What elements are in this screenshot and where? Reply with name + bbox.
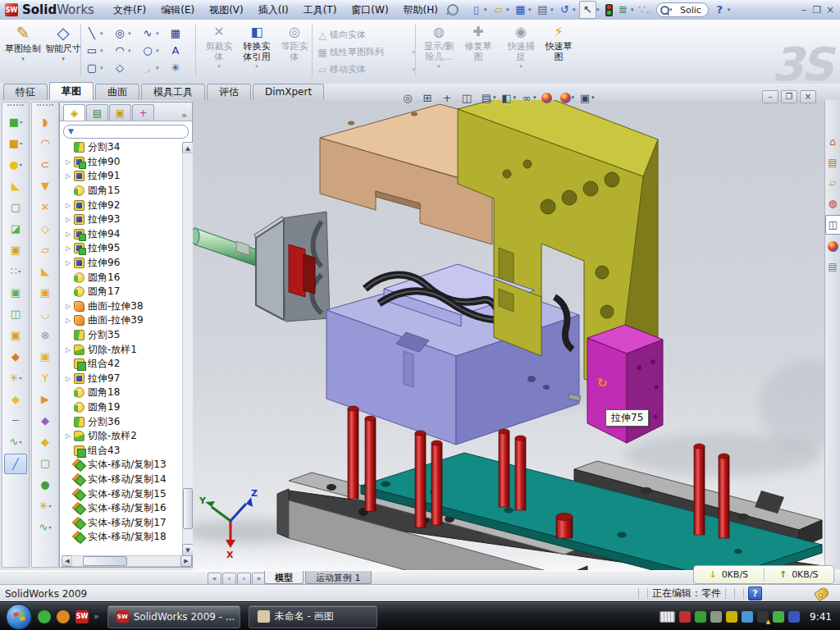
print-dropdown-icon[interactable]: ▾ [550, 7, 557, 13]
tree-item-实体-移动/复制16[interactable]: 实体-移动/复制16 [60, 501, 181, 516]
tree-item-切除-放样2[interactable]: ▷切除-放样2 [60, 429, 181, 444]
tab-nav-1[interactable]: ‹ [222, 573, 236, 585]
tree-item-拉伸91[interactable]: ▷拉伸91 [60, 169, 181, 184]
fillet-dropdown-icon[interactable]: ▾ [20, 162, 22, 167]
menu-帮助(H)[interactable]: 帮助(H) [396, 1, 445, 20]
input-method-icon[interactable] [660, 611, 675, 623]
drafted-surface-button[interactable]: ▼ [34, 176, 56, 195]
tree-item-圆角18[interactable]: 圆角18 [60, 386, 181, 400]
expander-icon[interactable]: ▷ [66, 259, 74, 267]
move-entities-button[interactable]: ▱移动实体▾ [315, 61, 415, 78]
shell-button[interactable]: ▢ [5, 198, 26, 217]
zoom-to-fit-icon[interactable]: ◎ [398, 92, 418, 104]
smart-dimension-dropdown-icon[interactable]: ▾ [62, 56, 65, 62]
doc-restore-button[interactable]: ❒ [781, 90, 797, 103]
warning-tray-icon[interactable] [757, 611, 769, 623]
graphics-area[interactable]: ↻ [193, 100, 824, 570]
tree-item-实体-移动/复制13[interactable]: 实体-移动/复制13 [60, 458, 181, 472]
view-palette-tab[interactable]: ◫ [825, 215, 840, 235]
status-help-icon[interactable]: ? [748, 587, 762, 600]
doc-minimize-button[interactable]: – [762, 90, 778, 103]
custom-properties-tab[interactable]: ▤ [825, 258, 840, 276]
planar-surface-button[interactable]: ▱ [34, 240, 56, 259]
quick-snaps-button[interactable]: ◉快速捕捉▾ [502, 23, 540, 70]
solidworks-launcher-icon[interactable]: SW [75, 610, 89, 623]
move-copy-bodies-button[interactable]: ◆ [5, 347, 26, 366]
repair-sketch-button[interactable]: ✚修复草图 [459, 23, 497, 62]
solidworks-search-tab[interactable]: ◍ [825, 194, 840, 212]
tab-DimXpert[interactable]: DimXpert [253, 84, 324, 100]
menu-插入(I)[interactable]: 插入(I) [251, 1, 296, 20]
sketch-dropdown-icon[interactable]: ▾ [21, 56, 25, 62]
network-tray-icon[interactable] [742, 611, 753, 623]
apply-scene-icon[interactable] [560, 93, 571, 103]
straight-slot-button[interactable]: ▢▾ [84, 59, 112, 76]
tree-item-实体-移动/复制14[interactable]: 实体-移动/复制14 [60, 472, 181, 487]
expander-icon[interactable]: ▷ [66, 172, 74, 180]
spline-curve-button[interactable]: ∿▾ [5, 432, 26, 451]
circle-button[interactable]: ◎▾ [112, 25, 139, 42]
minimize-button[interactable]: – [797, 2, 810, 17]
messenger-icon[interactable] [38, 610, 51, 623]
menu-窗口(W)[interactable]: 窗口(W) [344, 1, 395, 20]
tree-item-圆角15[interactable]: 圆角15 [60, 184, 181, 199]
search-dropdown-icon[interactable]: ▾ [669, 7, 676, 13]
trim-entities-button[interactable]: ✕剪裁实体▾ [200, 23, 238, 70]
centerpoint-arc-dropdown-icon[interactable]: ▾ [128, 48, 131, 54]
extend-surface-button[interactable]: ◣ [34, 262, 56, 281]
convert-entities-dropdown-icon[interactable]: ▾ [255, 63, 258, 70]
smart-dimension-button[interactable]: ◇智能尺寸▾ [43, 22, 83, 80]
measure-button[interactable]: ╱ [4, 454, 27, 474]
new-document-dropdown-icon[interactable]: ▾ [484, 7, 491, 13]
combine-bodies-button[interactable]: ▣ [5, 283, 26, 302]
display-delete-relations-button[interactable]: ◍显示/删除几...▾ [420, 23, 458, 70]
undo-dropdown-icon[interactable]: ▾ [573, 7, 579, 13]
tab-nav-0[interactable]: « [208, 573, 221, 585]
part-slide-unit[interactable] [254, 212, 330, 322]
tree-scrollbar-thumb[interactable] [183, 488, 193, 529]
edit-appearance-icon[interactable] [541, 93, 552, 103]
tree-scroll-right-button[interactable]: ▶ [180, 555, 192, 567]
tree-item-拉伸96[interactable]: ▷拉伸96 [60, 256, 181, 271]
shield-ok-tray-icon[interactable] [695, 611, 706, 623]
trim-entities-dropdown-icon[interactable]: ▾ [217, 63, 221, 70]
toolbar-grip[interactable] [7, 104, 24, 110]
insert-part-button[interactable]: ✳▾ [5, 368, 26, 387]
select-cursor-dropdown-icon[interactable]: ▾ [596, 7, 603, 13]
select-cursor-button[interactable]: ↖ [579, 1, 596, 19]
combine-button[interactable]: ▣ [5, 326, 26, 345]
tree-item-圆角19[interactable]: 圆角19 [60, 400, 181, 415]
save-dropdown-icon[interactable]: ▾ [528, 7, 535, 13]
freeform-spline-button[interactable]: ∿▾ [34, 518, 56, 536]
pushpin-icon[interactable] [445, 2, 461, 18]
configurationmanager-tab[interactable]: ▣ [109, 104, 131, 121]
solidworks-resources-tab[interactable]: ⌂ [825, 133, 840, 151]
centerpoint-arc-button[interactable]: ◠▾ [112, 42, 139, 59]
spline-dropdown-icon[interactable]: ▾ [156, 30, 159, 37]
ellipse-dropdown-icon[interactable]: ▾ [156, 48, 159, 54]
expander-icon[interactable]: ▷ [66, 432, 74, 440]
point-button[interactable]: ✳ [167, 59, 195, 76]
move-face-button[interactable]: ▶ [34, 390, 56, 409]
circle-dropdown-icon[interactable]: ▾ [128, 30, 131, 37]
extruded-cut-button[interactable]: ■▾ [5, 134, 26, 153]
view-orientation-dropdown-icon[interactable]: ▾ [493, 94, 496, 101]
lofted-surface-button[interactable]: ◠ [34, 134, 56, 153]
taskbar-button-未命名 - 画图[interactable]: 未命名 - 画图 [249, 605, 377, 628]
previous-view-icon[interactable]: + [437, 92, 457, 104]
help-button[interactable]: ? [712, 2, 728, 18]
spline-curve-dropdown-icon[interactable]: ▾ [19, 439, 21, 445]
delete-body-button[interactable]: ◆ [5, 390, 26, 409]
health-tray-icon[interactable] [773, 611, 784, 623]
parting-surface-button[interactable]: ◆ [34, 432, 56, 451]
draft-button[interactable]: ◪ [5, 219, 26, 238]
file-explorer-tab[interactable]: ▱ [825, 174, 840, 192]
tree-item-圆角16[interactable]: 圆角16 [60, 270, 181, 285]
chamfer-button[interactable]: ◣ [5, 176, 26, 195]
dome-button[interactable]: ● [34, 475, 56, 494]
tab-特征[interactable]: 特征 [3, 84, 48, 100]
tab-曲面[interactable]: 曲面 [95, 84, 139, 100]
linear-pattern-dropdown-icon[interactable]: ▾ [18, 268, 21, 274]
expander-icon[interactable]: ▷ [66, 244, 74, 252]
line-dropdown-icon[interactable]: ▾ [100, 30, 103, 37]
